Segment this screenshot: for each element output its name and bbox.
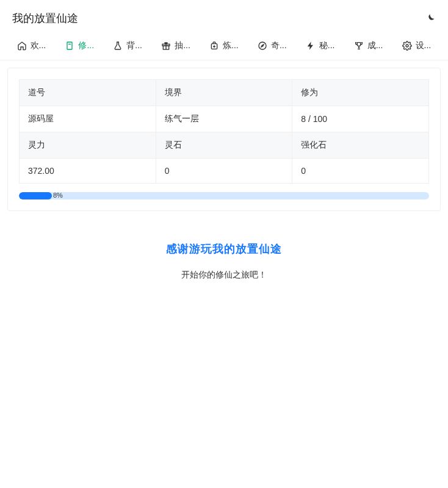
table-row: 灵力 灵石 强化石: [20, 132, 429, 159]
flask-icon: [113, 41, 123, 51]
header: 我的放置仙途: [0, 0, 448, 32]
table-row: 372.00 0 0: [20, 159, 429, 184]
tab-adventure[interactable]: 奇...: [255, 37, 289, 55]
label-enhance: 强化石: [292, 132, 429, 159]
welcome-section: 感谢游玩我的放置仙途 开始你的修仙之旅吧！: [7, 242, 441, 281]
tab-label: 欢...: [31, 40, 46, 51]
progress-fill: [19, 192, 52, 199]
welcome-heading: 感谢游玩我的放置仙途: [7, 242, 441, 256]
table-row: 源码屋 练气一层 8 / 100: [20, 106, 429, 132]
gift-icon: [161, 41, 171, 51]
label-stone: 灵石: [156, 132, 292, 159]
page-title: 我的放置仙途: [12, 11, 78, 26]
progress-label: 8%: [53, 192, 63, 199]
compass-icon: [258, 41, 267, 51]
tab-welcome[interactable]: 欢...: [15, 37, 49, 55]
value-realm: 练气一层: [156, 106, 292, 132]
tab-refine[interactable]: 炼...: [207, 37, 241, 55]
tab-label: 抽...: [175, 40, 190, 51]
svg-point-8: [259, 42, 266, 49]
value-cultivation: 8 / 100: [292, 106, 429, 132]
svg-marker-9: [261, 45, 264, 47]
tab-secret[interactable]: 秘...: [303, 37, 338, 55]
tab-label: 炼...: [223, 40, 239, 51]
tab-label: 设...: [416, 40, 432, 51]
log-icon: [65, 41, 74, 51]
tab-label: 秘...: [319, 40, 335, 51]
tab-label: 修...: [78, 40, 94, 51]
stats-table: 道号 境界 修为 源码屋 练气一层 8 / 100 灵力 灵石 强化石 372.…: [19, 79, 429, 184]
label-spirit: 灵力: [20, 132, 156, 159]
value-enhance: 0: [292, 159, 429, 184]
label-cultivation: 修为: [292, 80, 429, 106]
tab-label: 奇...: [271, 40, 287, 51]
content-area: 道号 境界 修为 源码屋 练气一层 8 / 100 灵力 灵石 强化石 372.…: [0, 60, 448, 288]
tab-achieve[interactable]: 成...: [352, 37, 386, 55]
med-icon: [209, 41, 219, 51]
tab-label: 背...: [126, 40, 142, 51]
value-name: 源码屋: [20, 106, 156, 132]
trophy-icon: [354, 41, 364, 51]
gear-icon: [402, 41, 412, 51]
table-row: 道号 境界 修为: [20, 80, 429, 106]
dark-mode-toggle[interactable]: [425, 13, 436, 24]
label-realm: 境界: [156, 80, 292, 106]
progress-track: [19, 192, 429, 199]
tab-settings[interactable]: 设...: [400, 37, 434, 55]
svg-point-10: [406, 45, 408, 47]
home-icon: [17, 41, 27, 51]
tab-draw[interactable]: 抽...: [159, 37, 193, 55]
progress-bar: 8%: [19, 192, 429, 199]
tab-cultivate[interactable]: 修...: [62, 37, 96, 55]
tab-label: 成...: [367, 40, 383, 51]
tab-bag[interactable]: 背...: [110, 37, 145, 55]
tab-bar: 欢... 修... 背... 抽... 炼... 奇... 秘...: [0, 32, 448, 60]
bolt-icon: [306, 41, 316, 51]
welcome-subtext: 开始你的修仙之旅吧！: [7, 270, 441, 281]
value-spirit: 372.00: [20, 159, 156, 184]
svg-rect-0: [67, 42, 72, 49]
value-stone: 0: [156, 159, 292, 184]
label-name: 道号: [20, 80, 156, 106]
stats-card: 道号 境界 修为 源码屋 练气一层 8 / 100 灵力 灵石 强化石 372.…: [7, 68, 441, 211]
